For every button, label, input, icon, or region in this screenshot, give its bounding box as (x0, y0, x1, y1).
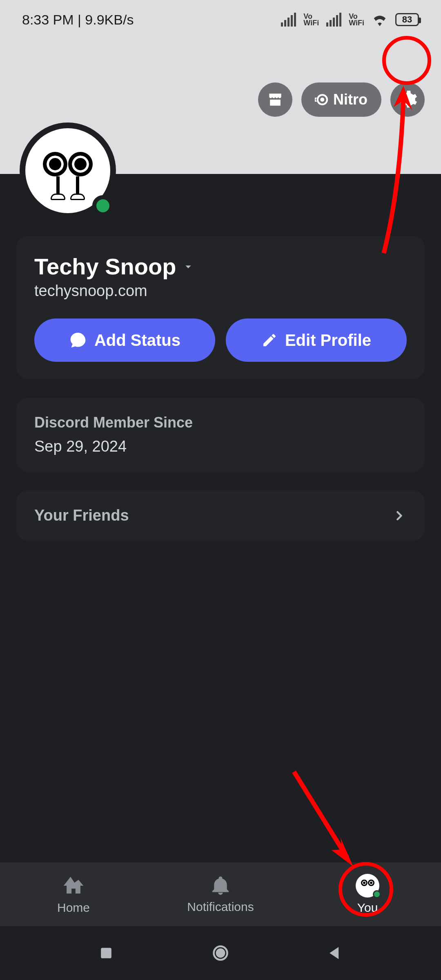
nav-home-label: Home (57, 901, 90, 915)
nav-notifications[interactable]: Notifications (147, 862, 294, 926)
nav-you-label: You (357, 901, 378, 915)
signal-icon (326, 13, 341, 27)
home-icon (62, 874, 85, 898)
signal-icon (281, 13, 296, 27)
bottom-nav: Home Notifications You (0, 862, 441, 926)
status-indicators: VoWiFi VoWiFi 83 (281, 13, 419, 27)
nitro-button[interactable]: Nitro (301, 82, 381, 117)
android-recents-button[interactable] (97, 944, 115, 962)
android-back-button[interactable] (326, 944, 344, 962)
nav-notifications-label: Notifications (187, 900, 254, 914)
shop-button[interactable] (258, 82, 292, 117)
edit-profile-button[interactable]: Edit Profile (226, 318, 407, 362)
nav-avatar-icon (356, 874, 379, 898)
svg-rect-2 (101, 948, 111, 958)
your-friends-label: Your Friends (34, 507, 129, 524)
avatar[interactable] (20, 122, 116, 219)
status-time: 8:33 PM | 9.9KB/s (22, 12, 134, 28)
pencil-icon (261, 332, 278, 348)
nav-home[interactable]: Home (0, 862, 147, 926)
add-status-button[interactable]: Add Status (34, 318, 215, 362)
your-friends-row[interactable]: Your Friends (16, 490, 425, 541)
vowifi-indicator: VoWiFi (303, 13, 319, 26)
nitro-icon (313, 91, 329, 108)
chevron-right-icon (392, 508, 407, 523)
annotation-arrow (286, 764, 363, 870)
member-since-date: Sep 29, 2024 (34, 438, 407, 455)
display-name: Techy Snoop (34, 253, 176, 280)
edit-profile-label: Edit Profile (285, 331, 371, 350)
member-since-title: Discord Member Since (34, 414, 407, 431)
nav-you[interactable]: You (294, 862, 441, 926)
android-nav-bar (0, 926, 441, 980)
wifi-icon (372, 13, 388, 26)
battery-indicator: 83 (395, 13, 419, 26)
chat-bubble-icon (69, 331, 87, 349)
member-since-card: Discord Member Since Sep 29, 2024 (16, 398, 425, 472)
settings-button[interactable] (390, 82, 425, 117)
online-status-indicator (92, 195, 114, 216)
username: techysnoop.com (34, 282, 407, 300)
online-status-indicator (373, 890, 381, 898)
svg-point-1 (320, 98, 324, 102)
add-status-label: Add Status (94, 331, 180, 350)
android-home-button[interactable] (212, 944, 229, 962)
shop-icon (266, 91, 284, 109)
svg-point-4 (217, 949, 224, 957)
display-name-row[interactable]: Techy Snoop (34, 253, 407, 280)
nitro-label: Nitro (333, 91, 368, 108)
bell-icon (209, 875, 232, 897)
vowifi-indicator: VoWiFi (349, 13, 364, 26)
chevron-down-icon (182, 260, 195, 273)
profile-card: Techy Snoop techysnoop.com Add Status Ed… (16, 236, 425, 379)
gear-icon (398, 90, 417, 109)
status-bar: 8:33 PM | 9.9KB/s VoWiFi VoWiFi 83 (0, 0, 441, 39)
